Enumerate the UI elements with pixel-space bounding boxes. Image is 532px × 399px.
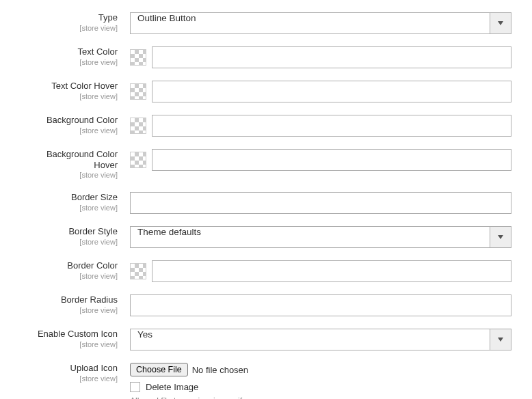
control-border-radius (130, 294, 511, 316)
field-enable-custom-icon: Enable Custom Icon [store view] Yes (21, 329, 511, 350)
background-color-input[interactable] (152, 115, 511, 137)
field-text-color-hover: Text Color Hover [store view] (21, 81, 511, 102)
type-select[interactable]: Outline Button (130, 12, 511, 34)
control-upload-icon: Choose File No file chosen Delete Image … (130, 363, 511, 399)
border-radius-input[interactable] (130, 294, 511, 316)
color-swatch[interactable] (130, 49, 146, 66)
scope-label: [store view] (21, 171, 118, 180)
label-text: Border Color (21, 260, 118, 271)
text-color-hover-input[interactable] (152, 81, 511, 102)
label-border-size: Border Size [store view] (21, 192, 130, 212)
label-text: Text Color (21, 46, 118, 57)
scope-label: [store view] (21, 58, 118, 67)
label-text: Upload Icon (21, 363, 118, 374)
label-text: Background Color Hover (21, 149, 118, 170)
label-background-color-hover: Background Color Hover [store view] (21, 149, 130, 180)
label-border-color: Border Color [store view] (21, 260, 130, 281)
text-color-input[interactable] (152, 46, 511, 68)
field-border-radius: Border Radius [store view] (21, 294, 511, 316)
label-text: Enable Custom Icon (21, 329, 118, 340)
field-background-color: Background Color [store view] (21, 115, 511, 137)
file-status: No file chosen (192, 365, 248, 375)
label-text-color: Text Color [store view] (21, 46, 130, 67)
label-text: Border Radius (21, 294, 118, 305)
field-type: Type [store view] Outline Button (21, 12, 511, 34)
field-border-color: Border Color [store view] (21, 260, 511, 282)
label-text: Border Style (21, 226, 118, 237)
chevron-down-icon[interactable] (490, 329, 511, 350)
label-border-radius: Border Radius [store view] (21, 294, 130, 315)
control-background-color-hover (130, 149, 511, 171)
label-text: Type (21, 12, 118, 23)
scope-label: [store view] (21, 238, 118, 247)
border-color-input[interactable] (152, 260, 511, 282)
chevron-down-icon[interactable] (490, 226, 511, 248)
enable-custom-icon-select[interactable]: Yes (130, 329, 511, 350)
control-type: Outline Button (130, 12, 511, 34)
scope-label: [store view] (21, 92, 118, 101)
file-input-line: Choose File No file chosen (130, 363, 511, 376)
scope-label: [store view] (21, 204, 118, 212)
control-border-color (130, 260, 511, 282)
label-type: Type [store view] (21, 12, 130, 33)
control-background-color (130, 115, 511, 137)
type-select-value[interactable]: Outline Button (130, 12, 490, 34)
control-border-style: Theme defaults (130, 226, 511, 248)
color-swatch[interactable] (130, 263, 146, 279)
scope-label: [store view] (21, 306, 118, 315)
border-size-input[interactable] (130, 192, 511, 214)
color-swatch[interactable] (130, 152, 146, 168)
control-enable-custom-icon: Yes (130, 329, 511, 350)
scope-label: [store view] (21, 126, 118, 135)
scope-label: [store view] (21, 24, 118, 33)
field-border-style: Border Style [store view] Theme defaults (21, 226, 511, 248)
label-enable-custom-icon: Enable Custom Icon [store view] (21, 329, 130, 349)
label-text: Background Color (21, 115, 118, 126)
chevron-down-icon[interactable] (490, 12, 511, 34)
scope-label: [store view] (21, 272, 118, 281)
scope-label: [store view] (21, 374, 118, 383)
label-upload-icon: Upload Icon [store view] (21, 363, 130, 383)
field-upload-icon: Upload Icon [store view] Choose File No … (21, 363, 511, 399)
label-border-style: Border Style [store view] (21, 226, 130, 247)
field-border-size: Border Size [store view] (21, 192, 511, 214)
background-color-hover-input[interactable] (152, 149, 511, 171)
field-text-color: Text Color [store view] (21, 46, 511, 68)
control-text-color (130, 46, 511, 68)
scope-label: [store view] (21, 340, 118, 349)
label-text: Border Size (21, 192, 118, 203)
delete-image-label: Delete Image (146, 382, 198, 392)
label-text: Text Color Hover (21, 81, 118, 92)
field-background-color-hover: Background Color Hover [store view] (21, 149, 511, 180)
control-text-color-hover (130, 81, 511, 102)
color-swatch[interactable] (130, 118, 146, 134)
enable-custom-icon-select-value[interactable]: Yes (130, 329, 490, 350)
border-style-select[interactable]: Theme defaults (130, 226, 511, 248)
border-style-select-value[interactable]: Theme defaults (130, 226, 490, 248)
choose-file-button[interactable]: Choose File (130, 363, 188, 376)
delete-image-checkbox[interactable] (130, 382, 140, 392)
file-types-hint: Allowed file types: jpg, jpeg, gif, png (130, 396, 511, 399)
delete-image-line: Delete Image (130, 382, 511, 392)
label-text-color-hover: Text Color Hover [store view] (21, 81, 130, 101)
label-background-color: Background Color [store view] (21, 115, 130, 135)
control-border-size (130, 192, 511, 214)
color-swatch[interactable] (130, 83, 146, 100)
